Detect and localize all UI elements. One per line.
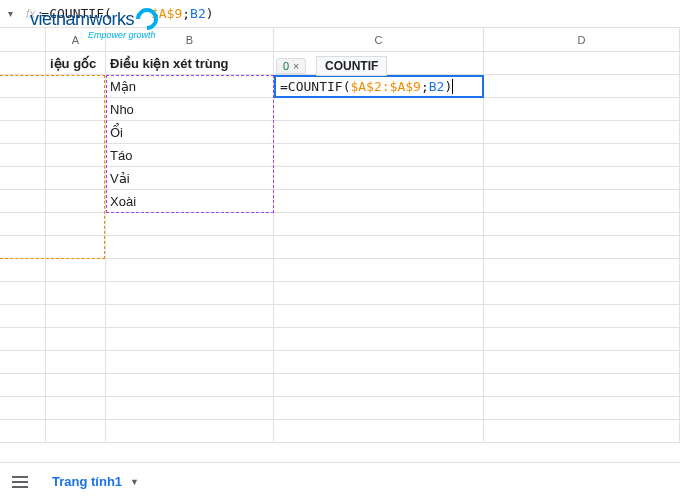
row-header[interactable] — [0, 190, 46, 213]
tok-eq: = — [280, 79, 288, 94]
cell-B3[interactable]: Nho — [106, 98, 274, 121]
cell[interactable] — [484, 374, 680, 397]
cell-B4[interactable]: Ổi — [106, 121, 274, 144]
row-header[interactable] — [0, 351, 46, 374]
row-header[interactable] — [0, 98, 46, 121]
cell[interactable] — [46, 236, 106, 259]
row-header[interactable] — [0, 52, 46, 75]
cell[interactable] — [484, 397, 680, 420]
row-header[interactable] — [0, 328, 46, 351]
row-header[interactable] — [0, 213, 46, 236]
cell[interactable] — [274, 213, 484, 236]
select-all-corner[interactable] — [0, 28, 46, 51]
cell[interactable] — [274, 282, 484, 305]
cell[interactable] — [106, 282, 274, 305]
cell[interactable] — [274, 167, 484, 190]
cell[interactable] — [484, 213, 680, 236]
chevron-down-icon[interactable]: ▼ — [130, 477, 139, 487]
cell[interactable] — [274, 374, 484, 397]
cell[interactable] — [484, 236, 680, 259]
row-header[interactable] — [0, 397, 46, 420]
row-header[interactable] — [0, 374, 46, 397]
row-header[interactable] — [0, 167, 46, 190]
cell[interactable] — [484, 351, 680, 374]
grid-row — [0, 420, 680, 443]
row-header[interactable] — [0, 144, 46, 167]
sheet-tab-1[interactable]: Trang tính1 ▼ — [38, 468, 153, 495]
row-header[interactable] — [0, 282, 46, 305]
cell[interactable] — [484, 328, 680, 351]
close-icon[interactable]: × — [293, 61, 299, 72]
cell[interactable] — [484, 167, 680, 190]
col-header-C[interactable]: C — [274, 28, 484, 51]
cell[interactable] — [484, 259, 680, 282]
cell[interactable] — [274, 397, 484, 420]
cell[interactable] — [46, 144, 106, 167]
cell[interactable] — [106, 305, 274, 328]
cell-A1[interactable]: iệu gốc — [46, 52, 106, 75]
grid-row: Xoài — [0, 190, 680, 213]
cell[interactable] — [106, 213, 274, 236]
cell[interactable] — [46, 328, 106, 351]
cell[interactable] — [46, 282, 106, 305]
cell-D1[interactable] — [484, 52, 680, 75]
cell-inline-editor[interactable]: =COUNTIF($A$2:$A$9;B2) — [274, 75, 484, 98]
cell[interactable] — [274, 259, 484, 282]
cell[interactable] — [46, 351, 106, 374]
cell-B1[interactable]: Điều kiện xét trùng — [106, 52, 274, 75]
cell[interactable] — [274, 420, 484, 443]
cell[interactable] — [274, 305, 484, 328]
all-sheets-icon[interactable] — [8, 470, 32, 494]
cell[interactable] — [484, 420, 680, 443]
cell[interactable] — [46, 420, 106, 443]
cell[interactable] — [274, 190, 484, 213]
cell[interactable] — [274, 236, 484, 259]
cell[interactable] — [106, 328, 274, 351]
name-box-dropdown-icon[interactable]: ▾ — [8, 8, 20, 19]
cell[interactable] — [484, 98, 680, 121]
cell[interactable] — [106, 420, 274, 443]
tok-open: ( — [343, 79, 351, 94]
cell-B6[interactable]: Vải — [106, 167, 274, 190]
cell[interactable] — [484, 121, 680, 144]
cell-B5[interactable]: Táo — [106, 144, 274, 167]
cell[interactable] — [46, 305, 106, 328]
text-cursor — [452, 79, 453, 94]
cell[interactable] — [46, 167, 106, 190]
row-header[interactable] — [0, 305, 46, 328]
row-header[interactable] — [0, 236, 46, 259]
cell[interactable] — [46, 259, 106, 282]
cell[interactable] — [46, 98, 106, 121]
cell-B7[interactable]: Xoài — [106, 190, 274, 213]
cell[interactable] — [46, 75, 106, 98]
cell[interactable] — [274, 328, 484, 351]
cell[interactable] — [484, 75, 680, 98]
cell[interactable] — [274, 351, 484, 374]
cell[interactable] — [106, 351, 274, 374]
cell[interactable] — [46, 121, 106, 144]
cell[interactable] — [46, 213, 106, 236]
cell[interactable] — [106, 397, 274, 420]
cell[interactable] — [484, 305, 680, 328]
cell-B2[interactable]: Mận — [106, 75, 274, 98]
col-header-D[interactable]: D — [484, 28, 680, 51]
cell[interactable] — [274, 144, 484, 167]
cell[interactable] — [484, 190, 680, 213]
cell[interactable] — [46, 190, 106, 213]
row-header[interactable] — [0, 75, 46, 98]
cell[interactable] — [46, 397, 106, 420]
row-header[interactable] — [0, 420, 46, 443]
cell[interactable] — [106, 236, 274, 259]
spreadsheet-grid[interactable]: iệu gốc Điều kiện xét trùng Mận Nho Ổi T… — [0, 52, 680, 443]
cell[interactable] — [46, 374, 106, 397]
cell[interactable] — [274, 121, 484, 144]
cell[interactable] — [106, 374, 274, 397]
cell[interactable] — [106, 259, 274, 282]
cell[interactable] — [274, 98, 484, 121]
cell[interactable] — [484, 282, 680, 305]
cell[interactable] — [484, 144, 680, 167]
row-header[interactable] — [0, 121, 46, 144]
row-header[interactable] — [0, 259, 46, 282]
tok-range: $A$2:$A$9 — [350, 79, 420, 94]
tok-ref: B2 — [429, 79, 445, 94]
